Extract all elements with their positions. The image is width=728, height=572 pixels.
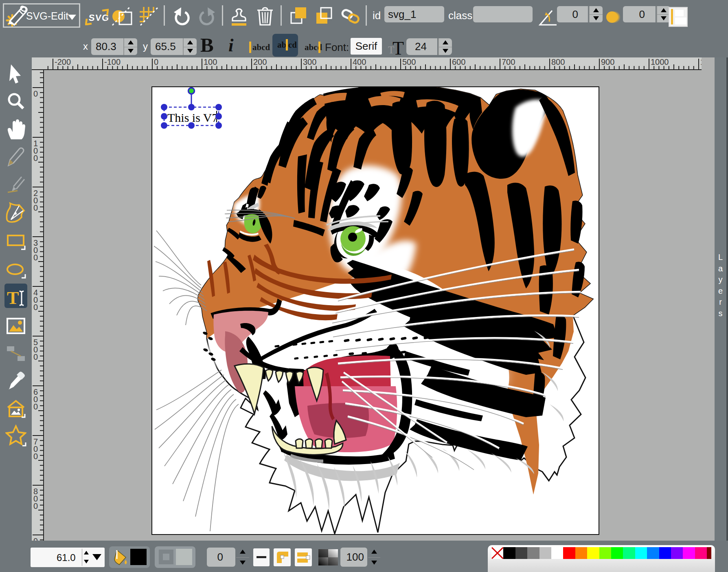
svg-text:600: 600 [33,387,38,411]
svg-text:SVG: SVG [88,13,109,23]
svg-text:700: 700 [33,437,38,461]
svg-text:100: 100 [204,57,217,66]
svg-text:-100: -100 [104,57,121,66]
svg-text:700: 700 [502,57,515,66]
svg-text:400: 400 [33,288,38,312]
svg-text:500: 500 [33,338,38,361]
svg-text:100: 100 [33,139,38,163]
svg-text:900: 900 [33,537,38,541]
svg-text:0: 0 [33,89,38,98]
svg-text:800: 800 [33,487,38,510]
svg-text:400: 400 [353,57,366,66]
svg-text:300: 300 [33,238,38,262]
svg-text:800: 800 [551,57,565,66]
svg-text:200: 200 [253,57,267,66]
svg-text:500: 500 [402,57,416,66]
svg-text:300: 300 [303,57,316,66]
svg-text:1000: 1000 [651,57,669,66]
svg-text:200: 200 [33,189,38,212]
svg-text:T: T [7,288,19,308]
svg-text:600: 600 [452,57,465,66]
svg-text:0: 0 [154,57,158,66]
svg-text:This is V7: This is V7 [167,111,218,124]
svg-text:1100: 1100 [700,57,702,66]
svg-text:900: 900 [601,57,614,66]
svg-text:-200: -200 [55,57,71,66]
